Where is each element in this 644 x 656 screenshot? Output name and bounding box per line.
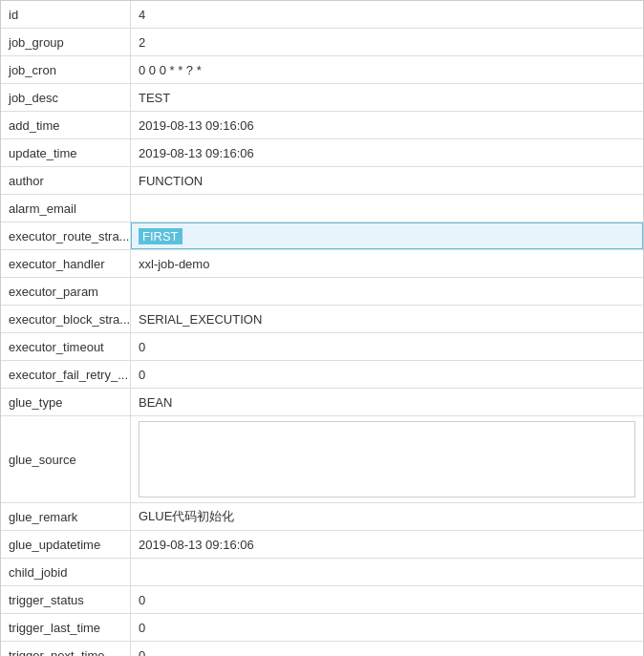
- field-value: 2019-08-13 09:16:06: [131, 139, 643, 166]
- table-row: authorFUNCTION: [1, 167, 643, 195]
- table-row: trigger_next_time0: [1, 642, 643, 656]
- field-label: alarm_email: [1, 195, 131, 222]
- field-value: 2019-08-13 09:16:06: [131, 112, 643, 138]
- field-label: glue_type: [1, 389, 131, 415]
- table-row: job_descTEST: [1, 84, 643, 112]
- field-label: executor_block_stra...: [1, 306, 131, 332]
- table-row: trigger_last_time0: [1, 614, 643, 642]
- field-value: TEST: [131, 84, 643, 111]
- table-row: glue_typeBEAN: [1, 389, 643, 416]
- field-value: 2019-08-13 09:16:06: [131, 531, 643, 558]
- table-row: job_group2: [1, 29, 643, 56]
- table-row: executor_timeout0: [1, 333, 643, 361]
- field-value: 0: [131, 586, 643, 613]
- table-row: executor_handlerxxl-job-demo: [1, 250, 643, 278]
- field-value: [131, 195, 643, 222]
- field-label: job_cron: [1, 56, 131, 83]
- field-value: 0: [131, 642, 643, 656]
- table-row: executor_block_stra...SERIAL_EXECUTION: [1, 306, 643, 333]
- field-label: glue_source: [1, 416, 131, 502]
- field-value: 0 0 0 * * ? *: [131, 56, 643, 83]
- field-value: 4: [131, 1, 643, 28]
- field-value: SERIAL_EXECUTION: [131, 306, 643, 332]
- field-value: [131, 559, 643, 585]
- field-label: add_time: [1, 112, 131, 138]
- field-value: 0: [131, 361, 643, 388]
- field-label: executor_timeout: [1, 333, 131, 360]
- field-value: 0: [131, 614, 643, 641]
- table-row: job_cron0 0 0 * * ? *: [1, 56, 643, 84]
- table-row: alarm_email: [1, 195, 643, 222]
- glue-source-textarea[interactable]: [139, 421, 635, 497]
- table-row: glue_source: [1, 416, 643, 503]
- field-value: 2: [131, 29, 643, 55]
- table-row: executor_fail_retry_...0: [1, 361, 643, 389]
- field-label: child_jobid: [1, 559, 131, 585]
- field-label: executor_param: [1, 278, 131, 305]
- field-value: [131, 278, 643, 305]
- field-label: trigger_next_time: [1, 642, 131, 656]
- field-value: GLUE代码初始化: [131, 503, 643, 530]
- field-value: FUNCTION: [131, 167, 643, 194]
- table-row: child_jobid: [1, 559, 643, 586]
- field-label: glue_remark: [1, 503, 131, 530]
- table-row: add_time2019-08-13 09:16:06: [1, 112, 643, 139]
- field-value: [131, 416, 643, 502]
- table-row: glue_updatetime2019-08-13 09:16:06: [1, 531, 643, 559]
- field-label: executor_fail_retry_...: [1, 361, 131, 388]
- field-label: trigger_status: [1, 586, 131, 613]
- table-row: executor_param: [1, 278, 643, 306]
- field-label: glue_updatetime: [1, 531, 131, 558]
- field-label: id: [1, 1, 131, 28]
- highlighted-value: FIRST: [139, 228, 182, 244]
- field-label: executor_handler: [1, 250, 131, 277]
- table-row: id4: [1, 1, 643, 29]
- field-label: job_desc: [1, 84, 131, 111]
- table-row: trigger_status0: [1, 586, 643, 614]
- field-value: xxl-job-demo: [131, 250, 643, 277]
- field-label: executor_route_stra...: [1, 222, 131, 249]
- field-label: author: [1, 167, 131, 194]
- table-row: glue_remarkGLUE代码初始化: [1, 503, 643, 531]
- field-label: job_group: [1, 29, 131, 55]
- field-value[interactable]: FIRST: [131, 222, 643, 249]
- table-row: executor_route_stra...FIRST: [1, 222, 643, 250]
- data-table: id4job_group2job_cron0 0 0 * * ? *job_de…: [0, 0, 644, 656]
- table-row: update_time2019-08-13 09:16:06: [1, 139, 643, 167]
- field-value: 0: [131, 333, 643, 360]
- field-label: trigger_last_time: [1, 614, 131, 641]
- field-value: BEAN: [131, 389, 643, 415]
- field-label: update_time: [1, 139, 131, 166]
